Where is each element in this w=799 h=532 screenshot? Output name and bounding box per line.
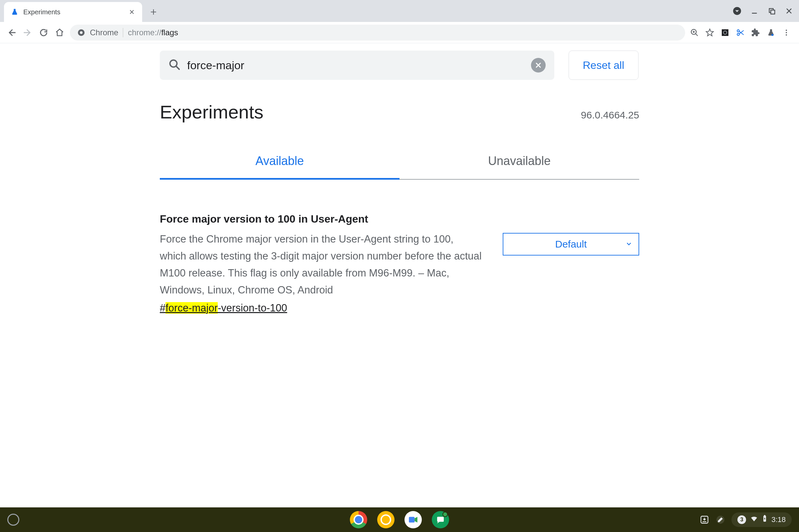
chromeos-shelf: 3 3:18 (0, 507, 799, 532)
svg-rect-17 (437, 517, 444, 522)
wifi-icon (750, 515, 758, 525)
search-icon (168, 59, 181, 72)
svg-point-14 (786, 34, 787, 36)
tab-available[interactable]: Available (160, 146, 400, 180)
tote-icon[interactable] (700, 515, 709, 525)
svg-point-13 (786, 32, 787, 33)
reset-all-button[interactable]: Reset all (569, 51, 639, 80)
omnibox-separator (123, 28, 123, 37)
omnibox[interactable]: Chrome chrome://flags (70, 25, 685, 41)
notification-count: 3 (738, 515, 746, 524)
reload-button[interactable] (38, 27, 49, 38)
zoom-icon[interactable] (690, 28, 699, 37)
chevron-down-icon (625, 239, 633, 250)
forward-button[interactable] (22, 27, 33, 38)
svg-rect-3 (771, 10, 775, 14)
flags-search-box (160, 51, 554, 80)
launcher-button[interactable] (7, 514, 19, 526)
new-tab-button[interactable] (146, 4, 162, 20)
back-button[interactable] (6, 27, 17, 38)
scissors-icon[interactable] (736, 28, 745, 37)
status-tray[interactable]: 3 3:18 (731, 512, 792, 527)
chrome-app-icon[interactable] (350, 511, 367, 528)
site-info-icon[interactable] (77, 28, 85, 37)
flag-anchor-link[interactable]: #force-major-version-to-100 (160, 302, 287, 314)
maximize-icon[interactable] (767, 6, 776, 16)
flask-icon (11, 8, 19, 16)
flag-title: Force major version to 100 in User-Agent (160, 213, 483, 225)
clock: 3:18 (772, 515, 786, 524)
canvas-app-icon[interactable] (377, 511, 394, 528)
clear-search-icon[interactable] (531, 58, 546, 73)
minimize-icon[interactable] (750, 6, 759, 16)
omnibox-url: chrome://flags (128, 28, 178, 37)
flag-tabs: Available Unavailable (160, 146, 639, 180)
menu-icon[interactable] (782, 28, 791, 37)
duo-app-icon[interactable] (405, 511, 422, 528)
svg-rect-16 (409, 517, 414, 523)
omnibox-label: Chrome (90, 28, 118, 37)
page-title: Experiments (160, 101, 263, 123)
close-window-icon[interactable] (784, 6, 794, 16)
svg-point-12 (786, 30, 787, 31)
battery-icon (762, 515, 767, 525)
account-icon[interactable] (732, 6, 742, 16)
extension-square-icon[interactable] (721, 28, 730, 37)
window-controls (732, 0, 794, 22)
tab-title: Experiments (23, 8, 124, 16)
svg-rect-1 (752, 13, 757, 14)
page-content: Reset all Experiments 96.0.4664.25 Avail… (0, 43, 799, 507)
toolbar-actions (690, 28, 793, 37)
flag-description: Force the Chrome major version in the Us… (160, 231, 483, 299)
browser-toolbar: Chrome chrome://flags (0, 22, 799, 43)
version-label: 96.0.4664.25 (581, 110, 639, 121)
svg-rect-21 (764, 515, 765, 516)
flag-state-value: Default (555, 239, 587, 250)
tab-unavailable[interactable]: Unavailable (400, 146, 639, 179)
shelf-status-area: 3 3:18 (700, 512, 792, 527)
svg-point-11 (772, 34, 773, 36)
svg-rect-7 (722, 29, 728, 36)
shelf-apps (350, 511, 449, 528)
extensions-icon[interactable] (751, 28, 760, 37)
close-tab-icon[interactable] (128, 8, 135, 16)
flag-entry: Force major version to 100 in User-Agent… (160, 213, 639, 314)
browser-tab[interactable]: Experiments (4, 2, 142, 22)
svg-point-5 (80, 31, 82, 34)
bookmark-icon[interactable] (705, 28, 714, 37)
labs-icon[interactable] (766, 28, 776, 37)
home-button[interactable] (54, 27, 65, 38)
flag-state-select[interactable]: Default (503, 233, 639, 255)
flags-search-input[interactable] (187, 59, 524, 72)
messages-app-icon[interactable] (432, 511, 449, 528)
pen-icon[interactable] (716, 515, 725, 525)
tab-strip: Experiments (0, 0, 799, 22)
